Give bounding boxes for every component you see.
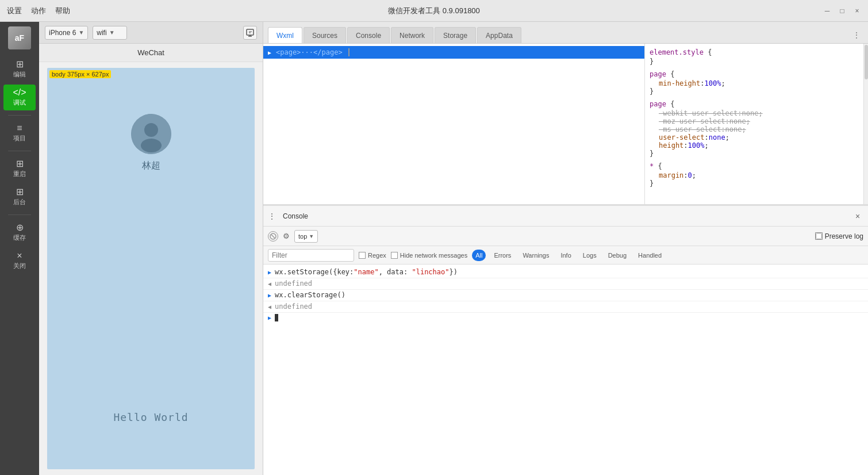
sidebar-backend-label: 后台	[13, 198, 26, 206]
style-block-page-2: page { -webkit-user-select:none; -moz-us…	[650, 100, 859, 158]
console-line-1[interactable]: ▶ wx.setStorage({key:"name", data: "linc…	[263, 267, 868, 278]
device-model-select[interactable]: iPhone 6 ▼	[45, 26, 88, 40]
console-arrow-2: ◀	[268, 281, 271, 287]
devtools-more-btn[interactable]: ⋮	[850, 28, 863, 42]
dom-row-page[interactable]: ▶ <page> ··· </page>	[263, 46, 644, 59]
console-line-3[interactable]: ▶ wx.clearStorage()	[263, 290, 868, 301]
regex-label: Regex	[368, 252, 386, 259]
console-arrow-3: ▶	[268, 292, 271, 298]
restart-icon: ⊞	[16, 159, 24, 168]
sidebar-item-project[interactable]: ≡ 项目	[3, 120, 36, 146]
level-debug-btn[interactable]: Debug	[605, 250, 630, 261]
hide-network-checkbox[interactable]	[391, 252, 398, 259]
style-block-star: * { margin:0; }	[650, 162, 859, 187]
sidebar-project-label: 项目	[13, 134, 26, 143]
console-stop-btn[interactable]	[268, 231, 278, 242]
project-icon: ≡	[17, 124, 22, 133]
style-brace-close-2: }	[650, 87, 859, 95]
sidebar: aF ⊞ 编辑 </> 调试 ≡ 项目 ⊞ 重启 ⊞ 后台 ⊕ 缓存	[0, 22, 39, 475]
style-prop-moz-user-select: -moz-user-select:none;	[650, 117, 859, 125]
styles-panel: element.style { } page { min-height:100%…	[645, 44, 863, 204]
window-close[interactable]: ×	[853, 7, 861, 15]
window-controls: ─ □ ×	[823, 7, 861, 15]
preserve-log-checkbox[interactable]	[815, 232, 823, 240]
inspect-btn[interactable]	[243, 26, 257, 40]
sidebar-item-debug[interactable]: </> 调试	[3, 85, 36, 110]
sidebar-item-edit[interactable]: ⊞ 编辑	[3, 56, 36, 82]
level-warnings-btn[interactable]: Warnings	[519, 250, 552, 261]
cursor	[344, 48, 349, 56]
edit-icon: ⊞	[16, 60, 24, 69]
console-filter-icon[interactable]: ⚙	[283, 232, 290, 240]
style-selector-element: element.style {	[650, 48, 859, 56]
hide-network-group: Hide network messages	[391, 252, 467, 259]
console-tab-label[interactable]: Console	[283, 212, 308, 220]
window-minimize[interactable]: ─	[823, 7, 831, 15]
device-profile: 林超	[131, 114, 171, 172]
level-logs-btn[interactable]: Logs	[579, 250, 600, 261]
device-panel: iPhone 6 ▼ wifi ▼ WeChat body 375px × 62…	[39, 22, 263, 475]
sidebar-item-backend[interactable]: ⊞ 后台	[3, 184, 36, 210]
console-text-4: undefined	[275, 302, 312, 311]
console-context-arrow: ▼	[309, 233, 314, 239]
sidebar-edit-label: 编辑	[13, 70, 26, 79]
style-selector-page-1: page {	[650, 70, 859, 78]
device-user-name: 林超	[142, 160, 160, 172]
avatar[interactable]: aF	[8, 26, 31, 49]
menu-actions[interactable]: 动作	[31, 6, 46, 16]
console-line-4[interactable]: ◀ undefined	[263, 301, 868, 313]
menu-settings[interactable]: 设置	[7, 6, 22, 16]
regex-group: Regex	[359, 252, 386, 259]
console-context-select[interactable]: top ▼	[294, 230, 318, 243]
sidebar-item-restart[interactable]: ⊞ 重启	[3, 156, 36, 182]
style-brace-close-3: }	[650, 150, 859, 158]
level-all-btn[interactable]: All	[472, 250, 486, 261]
devtools-tab-bar: Wxml Sources Console Network Storage App…	[263, 22, 868, 44]
level-errors-btn[interactable]: Errors	[490, 250, 514, 261]
style-brace-close-1: }	[650, 58, 859, 66]
tab-appdata[interactable]: AppData	[477, 27, 521, 43]
title-bar: 设置 动作 帮助 微信开发者工具 0.9.091800 ─ □ ×	[0, 0, 868, 22]
device-avatar	[131, 114, 171, 154]
device-model-label: iPhone 6	[49, 29, 76, 37]
svg-point-5	[141, 139, 162, 152]
sidebar-item-close[interactable]: × 关闭	[3, 248, 36, 274]
svg-rect-0	[247, 29, 254, 35]
window-maximize[interactable]: □	[838, 7, 846, 15]
regex-checkbox[interactable]	[359, 252, 366, 259]
preserve-log-area: Preserve log	[815, 232, 863, 240]
menu-help[interactable]: 帮助	[55, 6, 70, 16]
style-selector-star: * {	[650, 162, 859, 170]
tab-network[interactable]: Network	[391, 27, 433, 43]
level-handled-btn[interactable]: Handled	[635, 250, 665, 261]
level-info-btn[interactable]: Info	[557, 250, 574, 261]
style-prop-ms-user-select: -ms-user-select:none;	[650, 125, 859, 133]
style-prop-height: height:100%;	[650, 141, 859, 150]
close-icon: ×	[17, 251, 22, 261]
console-output[interactable]: ▶ wx.setStorage({key:"name", data: "linc…	[263, 265, 868, 475]
console-prompt-arrow: ▶	[268, 315, 271, 321]
tab-storage[interactable]: Storage	[435, 27, 476, 43]
console-close-btn[interactable]: ×	[852, 210, 863, 222]
console-dots-menu[interactable]: ⋮	[268, 212, 276, 221]
device-toolbar: iPhone 6 ▼ wifi ▼	[39, 22, 263, 44]
dom-tag-close: </page>	[313, 48, 343, 56]
tab-console[interactable]: Console	[347, 27, 390, 43]
dom-tree[interactable]: ▶ <page> ··· </page>	[263, 44, 645, 204]
console-prompt[interactable]: ▶	[263, 313, 868, 323]
console-context-label: top	[298, 233, 307, 240]
console-text-1: wx.setStorage({key:"name", data: "lincha…	[275, 268, 458, 276]
checkbox-icon	[816, 233, 822, 239]
preserve-log-label: Preserve log	[825, 232, 863, 240]
network-select[interactable]: wifi ▼	[93, 26, 127, 40]
console-line-2[interactable]: ◀ undefined	[263, 278, 868, 290]
tab-wxml[interactable]: Wxml	[268, 27, 302, 43]
console-filter-input[interactable]	[268, 249, 354, 262]
sidebar-item-cache[interactable]: ⊕ 缓存	[3, 220, 36, 246]
device-title: WeChat	[39, 44, 263, 62]
style-selector-page-2: page {	[650, 100, 859, 108]
style-block-page-1: page { min-height:100%; }	[650, 70, 859, 95]
network-arrow: ▼	[109, 29, 115, 36]
styles-scrollbar[interactable]	[863, 44, 868, 204]
tab-sources[interactable]: Sources	[304, 27, 346, 43]
